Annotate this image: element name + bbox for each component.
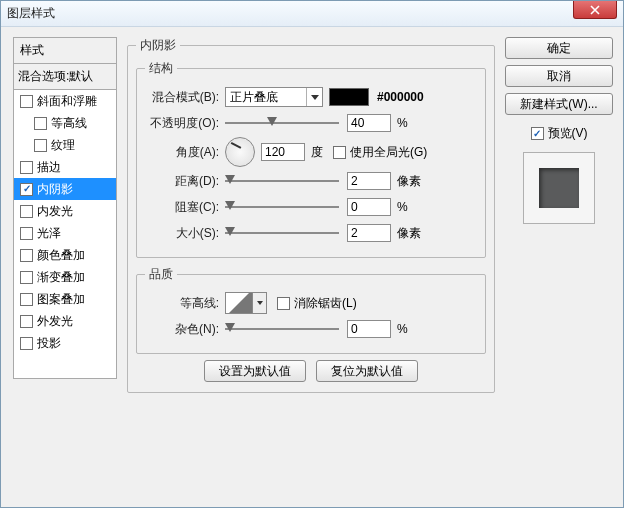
style-item-label: 内发光: [37, 203, 73, 220]
contour-label: 等高线:: [145, 295, 225, 312]
blend-mode-label: 混合模式(B):: [145, 89, 225, 106]
style-item[interactable]: 颜色叠加: [14, 244, 116, 266]
ok-button[interactable]: 确定: [505, 37, 613, 59]
chevron-down-icon: [306, 88, 322, 106]
antialias-label: 消除锯齿(L): [294, 295, 357, 312]
choke-slider[interactable]: [225, 200, 339, 214]
style-item[interactable]: 内发光: [14, 200, 116, 222]
style-item-label: 渐变叠加: [37, 269, 85, 286]
style-item-label: 描边: [37, 159, 61, 176]
distance-label: 距离(D):: [145, 173, 225, 190]
style-item-label: 等高线: [51, 115, 87, 132]
close-button[interactable]: [573, 1, 617, 19]
layer-style-dialog: 图层样式 样式 混合选项:默认 斜面和浮雕等高线纹理描边内阴影内发光光泽颜色叠加…: [0, 0, 624, 508]
distance-input[interactable]: 2: [347, 172, 391, 190]
preview-checkbox[interactable]: 预览(V): [505, 125, 613, 142]
close-icon: [590, 5, 600, 15]
blend-mode-combo[interactable]: 正片叠底: [225, 87, 323, 107]
checkbox-icon: [34, 139, 47, 152]
styles-list: 斜面和浮雕等高线纹理描边内阴影内发光光泽颜色叠加渐变叠加图案叠加外发光投影: [13, 89, 117, 379]
style-item[interactable]: 图案叠加: [14, 288, 116, 310]
checkbox-icon: [20, 315, 33, 328]
antialias-checkbox[interactable]: 消除锯齿(L): [277, 295, 357, 312]
style-item[interactable]: 光泽: [14, 222, 116, 244]
size-label: 大小(S):: [145, 225, 225, 242]
reset-default-button[interactable]: 复位为默认值: [316, 360, 418, 382]
size-unit: 像素: [397, 225, 421, 242]
checkbox-icon: [20, 293, 33, 306]
opacity-slider[interactable]: [225, 116, 339, 130]
quality-legend: 品质: [145, 266, 177, 283]
style-item[interactable]: 纹理: [14, 134, 116, 156]
structure-legend: 结构: [145, 60, 177, 77]
color-hex: #000000: [377, 90, 424, 104]
noise-slider[interactable]: [225, 322, 339, 336]
checkbox-icon: [20, 249, 33, 262]
inner-shadow-group: 内阴影 结构 混合模式(B): 正片叠底 #000000 不透明度(O):: [127, 37, 495, 393]
style-item[interactable]: 渐变叠加: [14, 266, 116, 288]
style-item[interactable]: 外发光: [14, 310, 116, 332]
checkbox-icon: [20, 161, 33, 174]
quality-group: 品质 等高线: 消除锯齿(L) 杂色(N): 0: [136, 266, 486, 354]
style-item[interactable]: 描边: [14, 156, 116, 178]
global-light-label: 使用全局光(G): [350, 144, 427, 161]
dialog-content: 样式 混合选项:默认 斜面和浮雕等高线纹理描边内阴影内发光光泽颜色叠加渐变叠加图…: [1, 27, 623, 507]
blending-options-item[interactable]: 混合选项:默认: [13, 63, 117, 89]
style-item-label: 颜色叠加: [37, 247, 85, 264]
style-item-label: 外发光: [37, 313, 73, 330]
style-item-label: 投影: [37, 335, 61, 352]
noise-unit: %: [397, 322, 408, 336]
style-item-label: 斜面和浮雕: [37, 93, 97, 110]
opacity-input[interactable]: 40: [347, 114, 391, 132]
checkbox-icon: [531, 127, 544, 140]
cancel-button[interactable]: 取消: [505, 65, 613, 87]
angle-label: 角度(A):: [145, 144, 225, 161]
style-item-label: 纹理: [51, 137, 75, 154]
checkbox-icon: [20, 205, 33, 218]
noise-input[interactable]: 0: [347, 320, 391, 338]
global-light-checkbox[interactable]: 使用全局光(G): [333, 144, 427, 161]
size-input[interactable]: 2: [347, 224, 391, 242]
noise-label: 杂色(N):: [145, 321, 225, 338]
preview-label: 预览(V): [548, 125, 588, 142]
styles-header[interactable]: 样式: [13, 37, 117, 63]
style-item-label: 内阴影: [37, 181, 73, 198]
distance-slider[interactable]: [225, 174, 339, 188]
titlebar: 图层样式: [1, 1, 623, 27]
color-swatch[interactable]: [329, 88, 369, 106]
contour-swatch[interactable]: [225, 292, 253, 314]
choke-unit: %: [397, 200, 408, 214]
checkbox-icon: [20, 183, 33, 196]
checkbox-icon: [277, 297, 290, 310]
style-item[interactable]: 内阴影: [14, 178, 116, 200]
size-slider[interactable]: [225, 226, 339, 240]
choke-input[interactable]: 0: [347, 198, 391, 216]
preview-box: [523, 152, 595, 224]
structure-group: 结构 混合模式(B): 正片叠底 #000000 不透明度(O): 40: [136, 60, 486, 258]
angle-unit: 度: [311, 144, 323, 161]
settings-panel: 内阴影 结构 混合模式(B): 正片叠底 #000000 不透明度(O):: [127, 37, 495, 497]
checkbox-icon: [333, 146, 346, 159]
window-title: 图层样式: [7, 5, 55, 22]
make-default-button[interactable]: 设置为默认值: [204, 360, 306, 382]
style-item[interactable]: 斜面和浮雕: [14, 90, 116, 112]
checkbox-icon: [34, 117, 47, 130]
style-item[interactable]: 投影: [14, 332, 116, 354]
new-style-button[interactable]: 新建样式(W)...: [505, 93, 613, 115]
inner-shadow-legend: 内阴影: [136, 37, 180, 54]
angle-input[interactable]: 120: [261, 143, 305, 161]
angle-dial[interactable]: [225, 137, 255, 167]
checkbox-icon: [20, 271, 33, 284]
blend-mode-value: 正片叠底: [226, 89, 306, 106]
contour-dropdown[interactable]: [253, 292, 267, 314]
checkbox-icon: [20, 337, 33, 350]
checkbox-icon: [20, 95, 33, 108]
opacity-label: 不透明度(O):: [145, 115, 225, 132]
styles-panel: 样式 混合选项:默认 斜面和浮雕等高线纹理描边内阴影内发光光泽颜色叠加渐变叠加图…: [13, 37, 117, 497]
checkbox-icon: [20, 227, 33, 240]
choke-label: 阻塞(C):: [145, 199, 225, 216]
style-item[interactable]: 等高线: [14, 112, 116, 134]
opacity-unit: %: [397, 116, 408, 130]
style-item-label: 图案叠加: [37, 291, 85, 308]
style-item-label: 光泽: [37, 225, 61, 242]
